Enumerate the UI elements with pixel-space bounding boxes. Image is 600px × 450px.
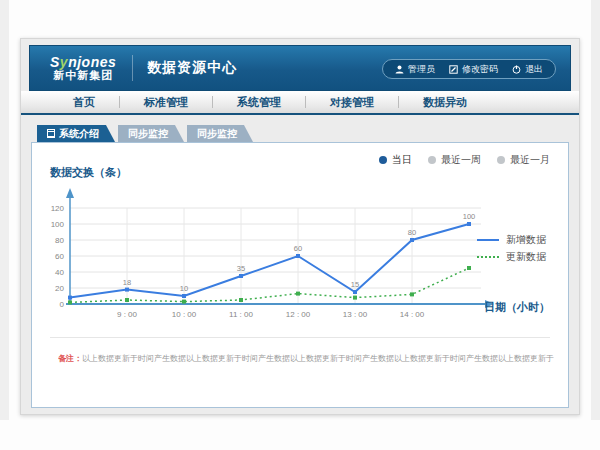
nav-item-standard-mgmt[interactable]: 标准管理 xyxy=(120,95,212,110)
tab-system-intro[interactable]: 系统介绍 xyxy=(37,125,115,142)
nav-item-data-change[interactable]: 数据异动 xyxy=(399,95,491,110)
header-bar: Synjones 新中新集团 数据资源中心 管理员 修改密码 退出 xyxy=(29,45,571,91)
legend-label: 更新数据 xyxy=(506,250,546,264)
logout-label: 退出 xyxy=(525,63,543,76)
tab-sync-monitor-1[interactable]: 同步监控 xyxy=(118,125,184,142)
brand-logo-text: Synjones xyxy=(50,55,116,70)
svg-text:100: 100 xyxy=(51,220,65,229)
user-button[interactable]: 管理员 xyxy=(395,63,435,76)
svg-text:12 : 00: 12 : 00 xyxy=(286,310,311,319)
svg-text:13 : 00: 13 : 00 xyxy=(343,310,368,319)
main-nav: 首页 标准管理 系统管理 对接管理 数据异动 xyxy=(21,91,579,115)
change-password-button[interactable]: 修改密码 xyxy=(449,63,498,76)
radio-dot xyxy=(379,156,387,164)
svg-text:60: 60 xyxy=(55,252,64,261)
svg-text:100: 100 xyxy=(463,212,476,221)
svg-text:9 : 00: 9 : 00 xyxy=(117,310,138,319)
legend-item-new-data: 新增数据 xyxy=(477,231,546,248)
svg-text:60: 60 xyxy=(294,244,302,253)
nav-item-home[interactable]: 首页 xyxy=(49,95,119,110)
user-actions-pill: 管理员 修改密码 退出 xyxy=(382,59,556,79)
svg-text:35: 35 xyxy=(237,264,245,273)
page: Synjones 新中新集团 数据资源中心 管理员 修改密码 退出 xyxy=(0,0,600,450)
radio-dot xyxy=(497,156,505,164)
tab-label: 系统介绍 xyxy=(59,127,99,141)
tab-bar: 系统介绍 同步监控 同步监控 xyxy=(37,125,569,142)
content-area: 系统介绍 同步监控 同步监控 当日 最近一周 xyxy=(21,115,579,408)
svg-text:80: 80 xyxy=(408,228,416,237)
svg-text:11 : 00: 11 : 00 xyxy=(229,310,253,319)
filter-option-last-month[interactable]: 最近一月 xyxy=(497,153,550,167)
logout-button[interactable]: 退出 xyxy=(512,63,543,76)
radio-dot xyxy=(428,156,436,164)
x-axis-title: 日期（小时） xyxy=(484,300,550,315)
filter-option-today[interactable]: 当日 xyxy=(379,153,412,167)
svg-text:10: 10 xyxy=(180,284,188,293)
brand-logo-subtitle: 新中新集团 xyxy=(50,70,116,82)
viewport-edge-left xyxy=(0,0,9,420)
svg-text:120: 120 xyxy=(51,204,65,213)
footnote: 备注：以上数据更新于时间产生数据以上数据更新于时间产生数据以上数据更新于时间产生… xyxy=(58,353,554,364)
tab-label: 同步监控 xyxy=(128,127,168,141)
series-legend: 新增数据 更新数据 xyxy=(477,231,546,265)
power-icon xyxy=(512,65,521,74)
solid-line-icon xyxy=(477,239,499,241)
svg-text:14 : 00: 14 : 00 xyxy=(400,310,425,319)
line-chart: 0204060801001209 : 0010 : 0011 : 0012 : … xyxy=(40,167,510,325)
header-divider xyxy=(132,55,133,81)
filter-option-label: 最近一月 xyxy=(510,153,550,167)
svg-text:40: 40 xyxy=(55,268,64,277)
chart-panel: 当日 最近一周 最近一月 数据交换（条） 0204060801001209 : … xyxy=(31,142,569,408)
svg-text:15: 15 xyxy=(351,280,359,289)
dotted-line-icon xyxy=(477,256,499,258)
edit-icon xyxy=(449,65,458,74)
app-window: Synjones 新中新集团 数据资源中心 管理员 修改密码 退出 xyxy=(20,38,580,415)
filter-option-label: 最近一周 xyxy=(441,153,481,167)
viewport-edge-right xyxy=(591,0,600,420)
filter-option-last-week[interactable]: 最近一周 xyxy=(428,153,481,167)
footnote-text: 以上数据更新于时间产生数据以上数据更新于时间产生数据以上数据更新于时间产生数据以… xyxy=(82,354,554,363)
legend-label: 新增数据 xyxy=(506,233,546,247)
note-divider xyxy=(50,337,550,338)
tab-label: 同步监控 xyxy=(197,127,237,141)
nav-item-interface-mgmt[interactable]: 对接管理 xyxy=(306,95,398,110)
filter-option-label: 当日 xyxy=(392,153,412,167)
user-button-label: 管理员 xyxy=(408,63,435,76)
svg-text:0: 0 xyxy=(60,300,65,309)
footnote-label: 备注： xyxy=(58,354,82,363)
document-icon xyxy=(47,129,55,138)
svg-text:80: 80 xyxy=(55,236,64,245)
nav-item-system-mgmt[interactable]: 系统管理 xyxy=(213,95,305,110)
tab-sync-monitor-2[interactable]: 同步监控 xyxy=(187,125,253,142)
user-icon xyxy=(395,65,404,74)
svg-text:20: 20 xyxy=(55,284,64,293)
svg-text:10 : 00: 10 : 00 xyxy=(172,310,197,319)
brand-logo: Synjones 新中新集团 xyxy=(50,55,116,81)
time-range-filter: 当日 最近一周 最近一月 xyxy=(379,153,550,167)
change-password-label: 修改密码 xyxy=(462,63,498,76)
svg-text:18: 18 xyxy=(123,278,131,287)
page-title: 数据资源中心 xyxy=(147,59,237,77)
legend-item-updated-data: 更新数据 xyxy=(477,248,546,265)
